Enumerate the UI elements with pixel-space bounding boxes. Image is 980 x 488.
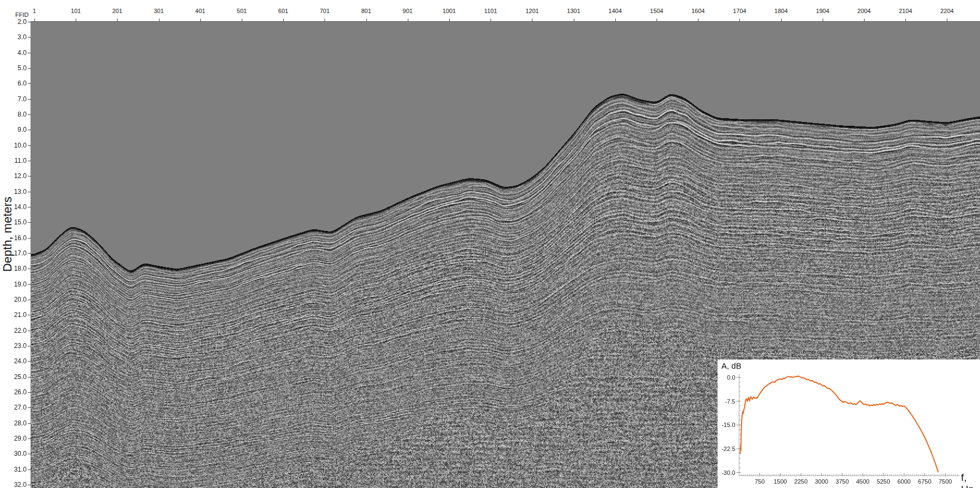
- ffid-axis-title: FFID: [15, 11, 28, 18]
- depth-tick-label: 19.0: [2, 280, 27, 288]
- depth-tick-mark: [28, 68, 31, 69]
- ffid-tick-label: 2204: [940, 8, 953, 14]
- depth-tick-label: 13.0: [2, 188, 27, 196]
- depth-tick-mark: [28, 253, 31, 254]
- ffid-tick-mark: [449, 19, 450, 22]
- depth-tick-label: 24.0: [2, 357, 27, 365]
- ffid-tick-label: 1201: [525, 8, 538, 14]
- depth-tick-mark: [28, 53, 31, 53]
- depth-tick-mark: [28, 423, 31, 424]
- ffid-tick-label: 1001: [443, 8, 456, 14]
- ffid-tick-mark: [34, 19, 35, 22]
- ffid-tick-label: 1404: [609, 8, 622, 14]
- ffid-tick-label: 801: [361, 8, 371, 14]
- ffid-tick-mark: [491, 19, 491, 22]
- spectrum-inset: 7501500225030003750450052506000675075000…: [718, 359, 980, 488]
- ffid-tick-mark: [698, 19, 699, 22]
- spectrum-x-tick-label: 4500: [856, 478, 869, 485]
- depth-tick-mark: [28, 485, 31, 485]
- depth-tick-mark: [28, 161, 31, 161]
- ffid-tick-mark: [366, 19, 367, 22]
- ffid-tick-label: 501: [237, 8, 247, 14]
- ffid-tick-label: 1804: [774, 8, 787, 14]
- ffid-tick-mark: [574, 19, 574, 22]
- depth-tick-label: 32.0: [2, 481, 27, 488]
- depth-tick-label: 25.0: [2, 373, 27, 381]
- depth-tick-label: 26.0: [2, 388, 27, 396]
- ffid-tick-label: 401: [195, 8, 205, 14]
- ffid-tick-mark: [324, 19, 325, 22]
- depth-tick-mark: [28, 361, 31, 362]
- depth-tick-mark: [28, 222, 31, 223]
- depth-tick-label: 3.0: [2, 33, 27, 41]
- ffid-tick-mark: [905, 19, 906, 22]
- spectrum-x-tick-label: 6750: [918, 478, 931, 485]
- depth-tick-label: 18.0: [2, 265, 27, 272]
- depth-tick-label: 4.0: [2, 49, 27, 57]
- depth-tick-label: 23.0: [2, 342, 27, 350]
- depth-tick-mark: [28, 130, 31, 130]
- depth-tick-label: 14.0: [2, 203, 27, 211]
- ffid-tick-label: 1: [33, 8, 36, 14]
- depth-tick-label: 31.0: [2, 466, 27, 473]
- ffid-tick-label: 1904: [816, 8, 829, 14]
- ffid-tick-mark: [242, 19, 242, 22]
- ffid-tick-mark: [781, 19, 782, 22]
- depth-tick-label: 28.0: [2, 419, 27, 427]
- spectrum-y-tick-label: -15.0: [721, 422, 735, 428]
- depth-tick-mark: [28, 315, 31, 315]
- ffid-tick-label: 201: [112, 8, 122, 14]
- depth-tick-mark: [28, 454, 31, 454]
- spectrum-x-tick-label: 6000: [897, 478, 910, 485]
- ffid-tick-mark: [657, 19, 657, 22]
- spectrum-x-axis-title: f, Hz: [961, 472, 980, 488]
- spectrum-y-axis-title: A, dB: [721, 361, 742, 370]
- ffid-tick-label: 301: [154, 8, 163, 14]
- ffid-tick-mark: [76, 19, 76, 22]
- ffid-tick-label: 101: [71, 8, 81, 14]
- depth-tick-mark: [28, 284, 31, 285]
- depth-tick-mark: [28, 238, 31, 239]
- ffid-tick-label: 1504: [650, 8, 663, 14]
- ffid-tick-mark: [200, 19, 201, 22]
- depth-tick-label: 27.0: [2, 404, 27, 411]
- depth-tick-mark: [28, 377, 31, 377]
- spectrum-x-tick-label: 1500: [774, 478, 787, 485]
- spectrum-x-tick-label: 3000: [815, 478, 828, 485]
- ffid-tick-mark: [532, 19, 532, 22]
- depth-tick-label: 2.0: [2, 18, 27, 26]
- spectrum-y-tick-label: -22.5: [721, 446, 735, 452]
- depth-tick-mark: [28, 145, 31, 146]
- depth-tick-label: 16.0: [2, 234, 27, 242]
- depth-tick-label: 11.0: [2, 157, 27, 164]
- ffid-tick-mark: [864, 19, 865, 22]
- spectrum-x-tick-label: 3750: [836, 478, 849, 485]
- ffid-tick-mark: [159, 19, 160, 22]
- depth-tick-mark: [28, 407, 31, 408]
- depth-tick-mark: [28, 269, 31, 269]
- depth-tick-mark: [28, 392, 31, 393]
- depth-tick-label: 12.0: [2, 172, 27, 180]
- depth-tick-label: 6.0: [2, 80, 27, 87]
- ffid-tick-label: 1604: [691, 8, 705, 14]
- ffid-tick-mark: [739, 19, 740, 22]
- ffid-tick-label: 2104: [899, 8, 912, 14]
- spectrum-x-tick-label: 5250: [877, 478, 890, 485]
- ffid-tick-label: 2004: [857, 8, 871, 14]
- ffid-tick-mark: [283, 19, 284, 22]
- depth-tick-label: 30.0: [2, 450, 27, 457]
- depth-tick-label: 17.0: [2, 249, 27, 257]
- ffid-tick-mark: [823, 19, 823, 22]
- ffid-tick-label: 1101: [484, 8, 497, 14]
- depth-tick-label: 22.0: [2, 327, 27, 334]
- spectrum-curve: [740, 376, 939, 472]
- ffid-tick-mark: [117, 19, 118, 22]
- depth-tick-label: 10.0: [2, 142, 27, 149]
- depth-tick-mark: [28, 346, 31, 346]
- depth-tick-mark: [28, 469, 31, 470]
- spectrum-y-tick-label: -30.0: [721, 469, 735, 476]
- ffid-tick-mark: [408, 19, 408, 22]
- depth-tick-mark: [28, 114, 31, 115]
- depth-tick-mark: [28, 192, 31, 192]
- depth-tick-label: 15.0: [2, 218, 27, 226]
